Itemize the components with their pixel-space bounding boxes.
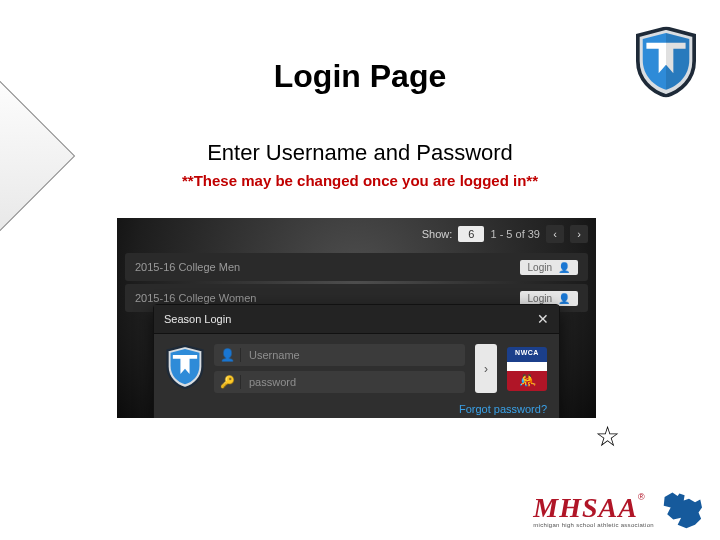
registered-mark: ® <box>638 492 645 502</box>
season-row-label: 2015-16 College Men <box>135 261 240 273</box>
footer-brand: MHSAA® michigan high school athletic ass… <box>533 490 704 530</box>
pager-range: 1 - 5 of 39 <box>490 228 540 240</box>
user-icon: 👤 <box>214 348 241 362</box>
nwca-badge: NWCA 🤼 <box>507 347 547 391</box>
footer-tagline: michigan high school athletic associatio… <box>533 522 654 528</box>
page-note: **These may be changed once you are logg… <box>0 172 720 189</box>
pager-prev-button[interactable]: ‹ <box>546 225 564 243</box>
modal-title: Season Login <box>164 313 231 325</box>
footer-brand-text: MHSAA <box>533 492 638 523</box>
user-icon: 👤 <box>558 293 570 304</box>
season-row-label: 2015-16 College Women <box>135 292 256 304</box>
username-placeholder: Username <box>241 349 465 361</box>
pager-show-label: Show: <box>422 228 453 240</box>
key-icon: 🔑 <box>214 375 241 389</box>
pager-row: Show: 6 1 - 5 of 39 ‹ › <box>117 218 596 250</box>
pager-next-button[interactable]: › <box>570 225 588 243</box>
page-title: Login Page <box>0 58 720 95</box>
page-size-select[interactable]: 6 <box>458 226 484 242</box>
season-row[interactable]: 2015-16 College Men Login 👤 <box>125 253 588 281</box>
password-placeholder: password <box>241 376 465 388</box>
forgot-password-link[interactable]: Forgot password? <box>459 403 547 415</box>
user-icon: 👤 <box>558 262 570 273</box>
app-screenshot-panel: Show: 6 1 - 5 of 39 ‹ › 2015-16 College … <box>117 218 596 418</box>
username-input[interactable]: 👤 Username <box>214 344 465 366</box>
michigan-icon <box>660 490 704 530</box>
login-modal: Season Login ✕ 👤 Username <box>153 304 560 418</box>
page-subtitle: Enter Username and Password <box>0 140 720 166</box>
star-icon: ☆ <box>595 420 620 453</box>
app-shield-logo-small <box>166 345 204 392</box>
submit-button[interactable]: › <box>475 344 497 393</box>
season-login-button[interactable]: Login 👤 <box>520 260 578 275</box>
password-input[interactable]: 🔑 password <box>214 371 465 393</box>
wrestlers-icon: 🤼 <box>507 372 547 388</box>
close-icon[interactable]: ✕ <box>537 311 549 327</box>
